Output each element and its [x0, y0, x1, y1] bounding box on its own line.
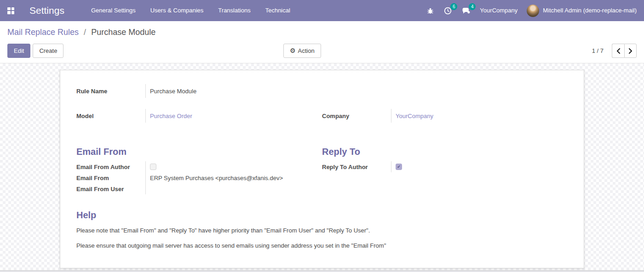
reply-to-section-title: Reply To — [322, 146, 568, 158]
menu-translations[interactable]: Translations — [211, 0, 258, 21]
email-from-author-row: Email From Author — [76, 161, 322, 172]
systray: 6 4 YourCompany Mitchell Admin (demo-rep… — [422, 0, 637, 21]
email-from-section-title: Email From — [76, 146, 322, 158]
debug-bug-icon[interactable] — [422, 0, 439, 21]
app-title[interactable]: Settings — [29, 5, 64, 16]
help-section: Help Please note that "Email From" and "… — [76, 209, 568, 249]
gear-icon: ⚙ — [290, 47, 296, 54]
email-from-row: Email From ERP System Purchases <purchas… — [76, 172, 322, 183]
apps-menu-square — [7, 11, 11, 14]
help-paragraph-mail-server: Please ensure that outgoing mail server … — [76, 242, 568, 249]
main-menu: General Settings Users & Companies Trans… — [84, 0, 298, 21]
control-panel: Mail Replace Rules / Purchase Module Edi… — [0, 21, 644, 63]
email-from-label: Email From — [76, 172, 145, 183]
user-avatar — [527, 5, 539, 17]
user-menu[interactable]: Mitchell Admin (demo-replace-mail) — [522, 0, 637, 21]
company-switcher[interactable]: YourCompany — [475, 0, 522, 21]
breadcrumb-separator: / — [84, 28, 86, 37]
chevron-left-icon — [616, 48, 621, 54]
rule-name-field-row: Rule Name Purchase Module — [76, 84, 322, 98]
control-panel-buttons: Edit Create ⚙Action 1 / 7 — [7, 44, 637, 58]
model-field-row: Model Purchase Order — [76, 109, 322, 123]
menu-users-companies[interactable]: Users & Companies — [143, 0, 211, 21]
menu-general-settings[interactable]: General Settings — [84, 0, 143, 21]
breadcrumb-parent-link[interactable]: Mail Replace Rules — [7, 28, 79, 37]
company-label: Company — [322, 109, 391, 123]
pager-next-button[interactable] — [624, 44, 637, 58]
email-from-author-checkbox[interactable] — [150, 164, 156, 170]
bottom-edge-strip — [0, 270, 644, 272]
email-from-user-row: Email From User — [76, 183, 322, 194]
model-link[interactable]: Purchase Order — [150, 113, 192, 119]
company-field-row: Company YourCompany — [322, 109, 568, 123]
email-from-author-label: Email From Author — [76, 161, 145, 172]
apps-menu-square — [12, 11, 15, 14]
activities-button[interactable]: 6 — [439, 0, 457, 21]
email-from-value[interactable]: ERP System Purchases <purchases@xfanis.d… — [145, 172, 322, 183]
email-from-user-value[interactable] — [145, 183, 322, 194]
bug-icon — [427, 7, 434, 14]
reply-to-author-row: Reply To Author — [322, 161, 568, 172]
action-button-label: Action — [298, 47, 315, 54]
pager-previous-button[interactable] — [612, 44, 624, 58]
company-value: YourCompany — [391, 109, 568, 123]
email-from-author-value — [145, 161, 322, 172]
model-value: Purchase Order — [145, 109, 322, 123]
pager-counter: 1 / 7 — [592, 47, 604, 54]
breadcrumb: Mail Replace Rules / Purchase Module — [7, 27, 637, 38]
messages-count-badge: 4 — [469, 3, 476, 10]
menu-technical[interactable]: Technical — [258, 0, 298, 21]
email-from-user-label: Email From User — [76, 183, 145, 194]
breadcrumb-current: Purchase Module — [91, 28, 155, 37]
create-button[interactable]: Create — [33, 44, 63, 58]
rule-name-label: Rule Name — [76, 84, 145, 98]
reply-to-author-value — [391, 161, 568, 172]
rule-name-value[interactable]: Purchase Module — [145, 84, 322, 98]
help-paragraph-priority: Please note that "Email From" and "Reply… — [76, 227, 568, 234]
user-name: Mitchell Admin (demo-replace-mail) — [539, 0, 637, 21]
form-sheet: Rule Name Purchase Module Model Purchase… — [60, 70, 584, 268]
model-label: Model — [76, 109, 145, 123]
reply-to-author-label: Reply To Author — [322, 161, 391, 172]
messages-button[interactable]: 4 — [457, 0, 475, 21]
apps-menu-square — [12, 7, 15, 11]
apps-menu-square — [7, 7, 11, 11]
action-button[interactable]: ⚙Action — [283, 44, 321, 58]
top-navbar: Settings General Settings Users & Compan… — [0, 0, 644, 21]
form-view-background: Rule Name Purchase Module Model Purchase… — [0, 63, 644, 270]
help-section-title: Help — [76, 209, 568, 221]
chevron-right-icon — [628, 48, 632, 54]
apps-menu-icon[interactable] — [7, 7, 14, 14]
pager — [612, 44, 637, 58]
edit-button[interactable]: Edit — [7, 44, 30, 58]
activities-count-badge: 6 — [450, 3, 457, 10]
company-link[interactable]: YourCompany — [396, 113, 433, 119]
reply-to-author-checkbox[interactable] — [396, 164, 402, 170]
